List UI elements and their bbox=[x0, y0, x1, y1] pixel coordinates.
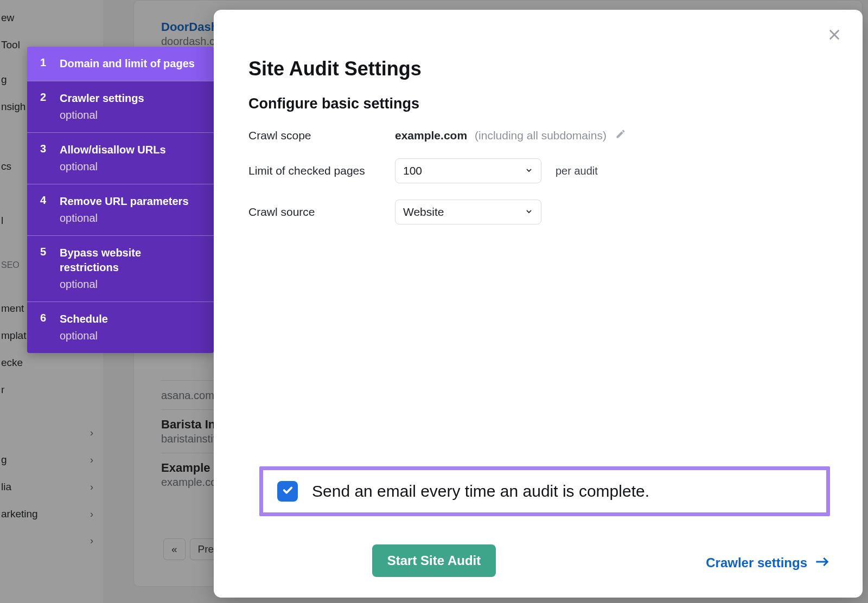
wizard-step-3[interactable]: 3 Allow/disallow URLsoptional bbox=[27, 132, 214, 184]
email-notification-row: Send an email every time an audit is com… bbox=[259, 466, 830, 516]
crawl-scope-note: (including all subdomains) bbox=[475, 129, 607, 142]
row-limit-pages: Limit of checked pages 100 per audit bbox=[248, 158, 828, 183]
chevron-down-icon bbox=[525, 206, 533, 219]
crawl-scope-label: Crawl scope bbox=[248, 129, 395, 142]
check-icon bbox=[282, 484, 293, 498]
wizard-step-5[interactable]: 5 Bypass website restrictionsoptional bbox=[27, 235, 214, 302]
chevron-right-icon: › bbox=[90, 454, 93, 466]
wizard-step-4[interactable]: 4 Remove URL parametersoptional bbox=[27, 184, 214, 235]
limit-pages-value: 100 bbox=[403, 164, 422, 177]
row-crawl-source: Crawl source Website bbox=[248, 200, 828, 224]
crawl-source-select[interactable]: Website bbox=[395, 200, 541, 224]
modal-title: Site Audit Settings bbox=[248, 57, 828, 80]
pencil-icon bbox=[615, 129, 626, 142]
bg-project-link[interactable]: DoorDash bbox=[161, 20, 218, 34]
wizard-step-2[interactable]: 2 Crawler settingsoptional bbox=[27, 81, 214, 132]
modal-subtitle: Configure basic settings bbox=[248, 95, 828, 112]
email-notification-label: Send an email every time an audit is com… bbox=[312, 482, 649, 501]
chevron-down-icon bbox=[525, 164, 533, 177]
chevron-right-icon: › bbox=[90, 427, 93, 439]
arrow-right-icon bbox=[815, 555, 830, 570]
crawler-settings-link[interactable]: Crawler settings bbox=[706, 555, 830, 570]
wizard-steps: 1 Domain and limit of pages 2 Crawler se… bbox=[27, 47, 214, 353]
bg-project-domain: doordash.c bbox=[161, 35, 215, 48]
chevron-right-icon: › bbox=[90, 482, 93, 493]
limit-pages-select[interactable]: 100 bbox=[395, 158, 541, 183]
wizard-step-1[interactable]: 1 Domain and limit of pages bbox=[27, 47, 214, 81]
crawler-settings-link-label: Crawler settings bbox=[706, 555, 807, 570]
edit-scope-button[interactable] bbox=[615, 129, 626, 142]
row-crawl-scope: Crawl scope example.com (including all s… bbox=[248, 129, 828, 142]
limit-pages-label: Limit of checked pages bbox=[248, 164, 395, 177]
start-site-audit-button[interactable]: Start Site Audit bbox=[372, 544, 496, 577]
crawl-scope-value: example.com bbox=[395, 129, 467, 142]
close-icon bbox=[827, 27, 842, 44]
crawl-source-label: Crawl source bbox=[248, 206, 395, 219]
crawl-source-value: Website bbox=[403, 206, 444, 219]
chevron-right-icon: › bbox=[90, 509, 93, 520]
close-button[interactable] bbox=[825, 26, 844, 46]
email-notification-checkbox[interactable] bbox=[277, 481, 298, 502]
wizard-step-6[interactable]: 6 Scheduleoptional bbox=[27, 302, 214, 353]
limit-pages-suffix: per audit bbox=[556, 165, 598, 177]
